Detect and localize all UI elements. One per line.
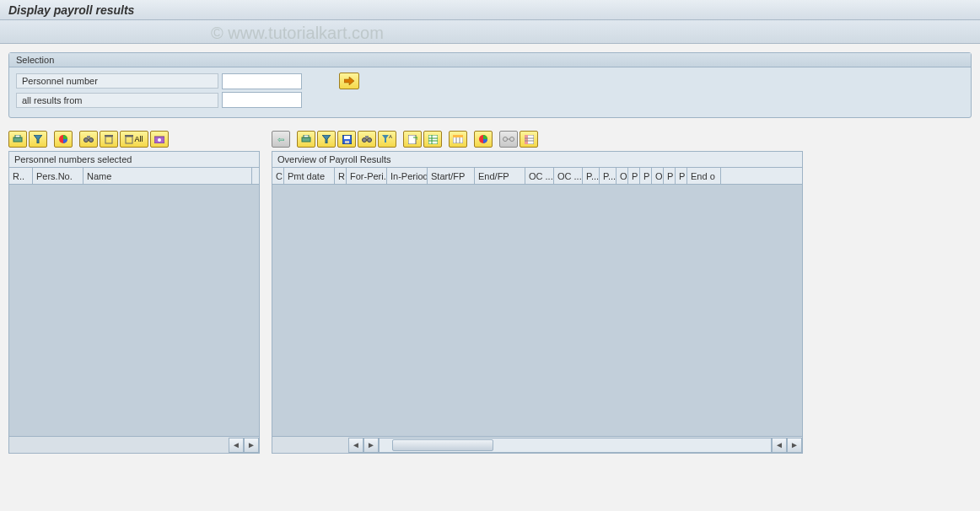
column-header[interactable]: OC ...	[525, 168, 554, 184]
column-header[interactable]: In-Period	[387, 168, 428, 184]
selection-panel: Selection Personnel number all results f…	[8, 52, 972, 118]
svg-point-32	[510, 137, 514, 142]
refresh-button[interactable]	[150, 131, 169, 148]
column-header[interactable]: End o	[687, 168, 721, 184]
column-header[interactable]: Name	[83, 168, 252, 184]
left-grid-header: R..Pers.No.Name	[9, 168, 259, 185]
column-header[interactable]: Pers.No.	[33, 168, 83, 184]
trash-icon	[125, 135, 133, 144]
filter-button[interactable]	[29, 131, 47, 148]
scroll-left-button[interactable]: ◄	[229, 438, 244, 453]
right-toolbar: ⇦ A	[272, 130, 803, 148]
personnel-number-input[interactable]	[222, 73, 302, 89]
right-grid-title: Overview of Payroll Results	[272, 151, 803, 167]
svg-point-3	[84, 138, 89, 143]
scroll-right-button-r[interactable]: ►	[363, 438, 379, 453]
save-button[interactable]	[337, 131, 356, 148]
selection-header: Selection	[9, 53, 971, 67]
delete-all-button[interactable]: All	[120, 131, 148, 148]
trash-icon	[105, 135, 113, 144]
title-bar: Display payroll results	[0, 0, 980, 20]
find-button[interactable]	[79, 131, 98, 148]
glasses-icon	[503, 136, 514, 143]
svg-text:A: A	[389, 135, 392, 139]
pie-chart-icon	[478, 134, 488, 144]
column-header[interactable]: C	[272, 168, 284, 184]
grid-settings-icon	[525, 135, 534, 144]
svg-rect-5	[87, 136, 90, 138]
svg-rect-7	[105, 135, 113, 137]
back-button[interactable]: ⇦	[272, 131, 290, 148]
delete-all-label: All	[134, 135, 143, 143]
svg-point-17	[363, 138, 367, 143]
column-header[interactable]: Start/FP	[428, 168, 475, 184]
svg-rect-22	[428, 135, 438, 144]
left-grid: R..Pers.No.Name ◄ ►	[8, 167, 260, 454]
column-header[interactable]: P	[664, 168, 676, 184]
svg-rect-35	[525, 135, 528, 144]
find-button-r[interactable]	[358, 131, 376, 148]
spreadsheet-button[interactable]	[423, 131, 442, 148]
page-title: Display payroll results	[8, 3, 134, 17]
column-header[interactable]: R..	[9, 168, 33, 184]
print-button-r[interactable]	[297, 131, 315, 148]
delete-button[interactable]	[100, 131, 118, 148]
right-pane: ⇦ A Overview of Payroll Results	[272, 130, 803, 454]
svg-point-11	[158, 138, 161, 142]
print-button[interactable]	[8, 131, 27, 148]
column-header[interactable]: For-Peri..	[347, 168, 387, 184]
column-header[interactable]: P	[628, 168, 640, 184]
binoculars-icon	[83, 135, 94, 143]
all-results-from-input[interactable]	[222, 92, 302, 108]
left-grid-body[interactable]	[9, 185, 259, 438]
link-button[interactable]	[499, 131, 518, 148]
column-header[interactable]: O	[617, 168, 628, 184]
settings-button[interactable]	[520, 131, 538, 148]
layout-button[interactable]	[449, 131, 467, 148]
chart-button-r[interactable]	[474, 131, 493, 148]
column-header[interactable]: P	[676, 168, 687, 184]
scroll-left-button-r2[interactable]: ◄	[772, 438, 787, 453]
personnel-number-label: Personnel number	[16, 73, 218, 89]
svg-rect-9	[125, 135, 133, 137]
layout-icon	[453, 135, 463, 143]
binoculars-icon	[362, 135, 372, 143]
column-header[interactable]: End/FP	[475, 168, 525, 184]
svg-point-4	[89, 138, 94, 143]
svg-point-31	[503, 137, 508, 142]
filter-icon	[34, 135, 42, 143]
scroll-right-button-r2[interactable]: ►	[787, 438, 802, 453]
right-grid-header: CPmt dateRFor-Peri..In-PeriodStart/FPEnd…	[272, 168, 802, 185]
sub-toolbar	[0, 20, 980, 44]
multiple-selection-button[interactable]	[339, 73, 359, 89]
camera-icon	[154, 135, 164, 143]
arrow-left-icon: ⇦	[277, 135, 284, 144]
column-header[interactable]: P	[640, 168, 652, 184]
export-icon	[408, 135, 417, 144]
svg-rect-27	[453, 135, 463, 137]
right-grid-body[interactable]	[272, 185, 802, 438]
scroll-right-button[interactable]: ►	[244, 438, 259, 453]
export-button[interactable]	[403, 131, 422, 148]
all-results-from-label: all results from	[16, 93, 218, 108]
pie-chart-icon	[58, 134, 68, 144]
filter-button-r[interactable]	[317, 131, 336, 148]
column-header[interactable]: P...	[583, 168, 600, 184]
left-toolbar: All	[8, 130, 260, 148]
right-grid: CPmt dateRFor-Peri..In-PeriodStart/FPEnd…	[272, 167, 803, 454]
scroll-track[interactable]	[379, 438, 772, 453]
column-header[interactable]: R	[335, 168, 347, 184]
svg-rect-12	[302, 137, 310, 142]
chart-button[interactable]	[54, 131, 73, 148]
print-icon	[13, 135, 23, 143]
column-header[interactable]: O	[652, 168, 664, 184]
column-header[interactable]: Pmt date	[284, 168, 335, 184]
scroll-left-button-r[interactable]: ◄	[348, 438, 363, 453]
scroll-thumb[interactable]	[392, 439, 493, 451]
svg-rect-19	[365, 136, 369, 138]
svg-rect-0	[13, 137, 22, 142]
column-header[interactable]: P...	[600, 168, 617, 184]
column-header[interactable]: OC ...	[554, 168, 583, 184]
svg-rect-1	[15, 135, 20, 137]
sort-filter-button[interactable]: A	[378, 131, 396, 148]
